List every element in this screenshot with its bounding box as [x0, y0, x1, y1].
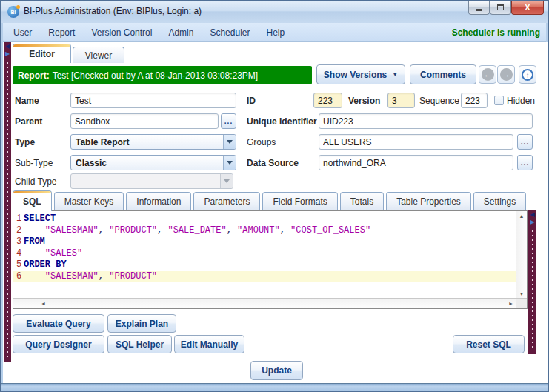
- sql-line: 6 "SALESMAN", "PRODUCT": [13, 271, 516, 283]
- previous-version-button[interactable]: ←: [479, 65, 496, 84]
- menu-admin[interactable]: Admin: [168, 27, 193, 38]
- sql-line: 2 "SALESMAN", "PRODUCT", "SALE_DATE", "A…: [13, 225, 516, 237]
- menu-user[interactable]: User: [13, 27, 32, 38]
- next-version-button[interactable]: →: [497, 65, 515, 84]
- detail-tab-bar: SQL Master Keys Information Parameters F…: [13, 190, 528, 210]
- report-status-bar: Report: Test [Checked out by A at 08-Jan…: [13, 66, 312, 84]
- left-splitter[interactable]: ◀ ▶: [4, 42, 11, 362]
- sequence-input[interactable]: [461, 93, 488, 108]
- name-label: Name: [15, 93, 39, 108]
- childtype-label: Child Type: [15, 173, 56, 189]
- childtype-select: [70, 173, 233, 189]
- menu-scheduler[interactable]: Scheduler: [210, 27, 250, 38]
- sql-code-lines[interactable]: 1SELECT2 "SALESMAN", "PRODUCT", "SALE_DA…: [13, 211, 516, 298]
- scheduler-status: Scheduler is running: [452, 27, 540, 38]
- tab-master-keys[interactable]: Master Keys: [54, 192, 124, 210]
- hidden-label: Hidden: [507, 93, 535, 108]
- scrollbar-corner: [516, 298, 527, 308]
- app-window: BI BI-Plus Administration (Env: BIPlus, …: [0, 0, 549, 392]
- type-select[interactable]: Table Report: [70, 134, 236, 150]
- version-label: Version: [348, 93, 380, 108]
- sql-editor-panel: 1SELECT2 "SALESMAN", "PRODUCT", "SALE_DA…: [13, 210, 528, 309]
- window-bottom-frame: [1, 383, 548, 391]
- menu-bar: User Report Version Control Admin Schedu…: [3, 23, 546, 42]
- dropdown-arrow-icon: [220, 174, 233, 188]
- tab-field-formats[interactable]: Field Formats: [262, 192, 337, 210]
- datasource-input[interactable]: [319, 155, 513, 170]
- tab-viewer[interactable]: Viewer: [73, 47, 124, 63]
- hidden-checkbox[interactable]: [494, 96, 504, 105]
- subtype-select-value: Classic: [76, 158, 107, 168]
- collapse-left-icon[interactable]: ◀: [5, 43, 10, 50]
- id-input[interactable]: [313, 93, 342, 108]
- maximize-button[interactable]: [490, 1, 511, 15]
- close-button[interactable]: X: [511, 1, 544, 15]
- expand-right-icon[interactable]: ▶: [5, 50, 10, 58]
- close-icon: X: [525, 3, 530, 12]
- type-label: Type: [15, 134, 35, 150]
- title-bar: BI BI-Plus Administration (Env: BIPlus, …: [1, 1, 548, 23]
- dropdown-arrow-icon: [223, 156, 236, 170]
- expand-right-icon[interactable]: ▶: [530, 219, 534, 226]
- version-input[interactable]: [387, 93, 415, 108]
- sequence-label: Sequence: [419, 93, 459, 108]
- update-button[interactable]: Update: [250, 361, 303, 380]
- parent-input[interactable]: [70, 113, 219, 129]
- groups-label: Groups: [247, 134, 276, 150]
- explain-plan-button[interactable]: Explain Plan: [107, 314, 176, 333]
- comments-button[interactable]: Comments: [410, 64, 476, 84]
- bottom-divider: [3, 356, 548, 356]
- tab-information[interactable]: Information: [126, 192, 191, 210]
- chevron-down-icon: ▼: [392, 71, 398, 78]
- scroll-down-icon[interactable]: ▼: [517, 289, 527, 298]
- collapse-left-icon[interactable]: ◀: [530, 211, 534, 219]
- maximize-icon: [497, 4, 504, 10]
- groups-browse-button[interactable]: ...: [517, 134, 533, 150]
- show-versions-button[interactable]: Show Versions ▼: [316, 64, 405, 84]
- scroll-up-icon[interactable]: ▲: [517, 211, 527, 220]
- sql-line: 3FROM: [13, 236, 516, 248]
- horizontal-scrollbar[interactable]: ◄ ►: [13, 298, 516, 308]
- dropdown-arrow-icon: [223, 135, 236, 149]
- unique-identifier-input[interactable]: [319, 113, 533, 129]
- scroll-top-button[interactable]: ↑: [519, 65, 536, 84]
- edit-manually-button[interactable]: Edit Manually: [174, 335, 244, 353]
- subtype-label: Sub-Type: [15, 155, 53, 170]
- datasource-label: Data Source: [247, 155, 299, 170]
- minimize-button[interactable]: [468, 1, 490, 15]
- tab-sql[interactable]: SQL: [13, 190, 52, 211]
- query-designer-button[interactable]: Query Designer: [13, 335, 104, 353]
- tab-editor[interactable]: Editor: [13, 44, 71, 63]
- parent-label: Parent: [15, 113, 42, 129]
- groups-input[interactable]: [319, 134, 513, 150]
- menu-version-control[interactable]: Version Control: [91, 27, 152, 38]
- arrow-right-icon: →: [500, 68, 513, 81]
- show-versions-label: Show Versions: [324, 70, 387, 80]
- menu-report[interactable]: Report: [48, 27, 75, 38]
- tab-settings[interactable]: Settings: [473, 192, 526, 210]
- tab-table-properties[interactable]: Table Properties: [386, 192, 471, 210]
- evaluate-query-button[interactable]: Evaluate Query: [13, 314, 104, 333]
- minimize-icon: [476, 9, 482, 11]
- datasource-browse-button[interactable]: ...: [517, 155, 533, 170]
- sql-helper-button[interactable]: SQL Helper: [107, 335, 172, 353]
- sql-line: 4 "SALES": [13, 248, 516, 260]
- reset-sql-button[interactable]: Reset SQL: [453, 335, 525, 353]
- name-input[interactable]: [70, 93, 236, 108]
- main-area: ◀ ▶ Editor Viewer Report: Test [Checked …: [3, 42, 548, 384]
- app-icon: BI: [7, 6, 19, 18]
- scroll-right-icon[interactable]: ►: [506, 299, 516, 308]
- report-status-prefix: Report:: [18, 70, 50, 81]
- parent-browse-button[interactable]: ...: [221, 113, 236, 129]
- report-status-text: Test [Checked out by A at 08-Jan-2013 03…: [53, 70, 259, 81]
- tab-totals[interactable]: Totals: [340, 192, 384, 210]
- menu-help[interactable]: Help: [266, 27, 285, 38]
- scroll-left-icon[interactable]: ◄: [39, 299, 48, 308]
- window-title: BI-Plus Administration (Env: BIPlus, Log…: [24, 6, 202, 16]
- subtype-select[interactable]: Classic: [70, 155, 236, 170]
- tab-parameters[interactable]: Parameters: [193, 192, 260, 210]
- unique-identifier-label: Unique Identifier: [247, 113, 317, 129]
- arrow-left-icon: ←: [482, 68, 494, 81]
- vertical-scrollbar[interactable]: ▲ ▼: [516, 211, 527, 298]
- right-splitter[interactable]: ◀ ▶: [528, 210, 536, 354]
